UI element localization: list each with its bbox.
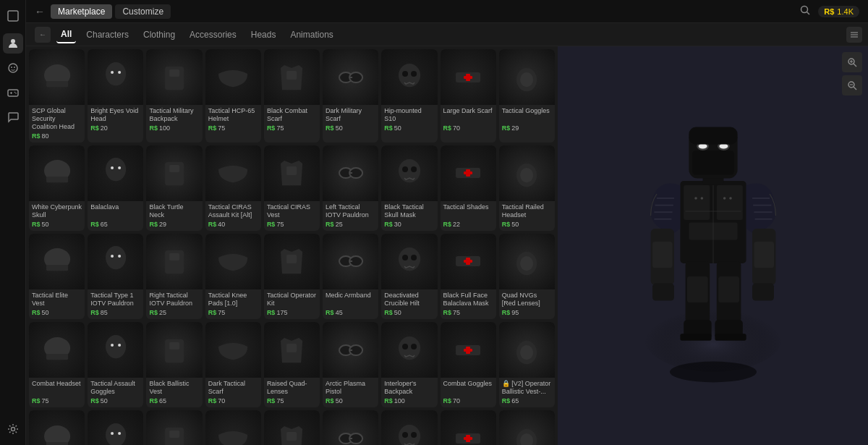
item-card[interactable]: Tactical HCP-65 Helmet R$ 75 — [205, 49, 261, 143]
item-card[interactable]: Left Tactical IOTV Pauldron R$ 25 — [323, 145, 378, 231]
item-card[interactable]: Tactical Goggles R$ 29 — [499, 49, 555, 143]
filter-back-btn[interactable]: ← — [35, 27, 51, 43]
item-thumbnail — [499, 234, 555, 289]
sidebar-icon-settings[interactable] — [3, 419, 23, 439]
filter-tab-clothing[interactable]: Clothing — [139, 27, 179, 43]
svg-rect-135 — [718, 276, 739, 302]
item-card[interactable]: Tactical Type 1 IOTV Pauldron R$ 85 — [88, 234, 143, 319]
item-card[interactable]: Item 39 R$ 45 — [146, 410, 202, 445]
item-card[interactable]: Dark Tactical Scarf R$ 70 — [205, 322, 261, 407]
back-button[interactable]: ← — [35, 6, 45, 17]
item-thumbnail — [264, 49, 320, 105]
item-info: Raised Quad-Lenses R$ 75 — [264, 378, 320, 407]
item-card[interactable]: Item 42 R$ 35 — [323, 410, 378, 445]
item-info: Arctic Plasma Pistol R$ 50 — [323, 378, 378, 407]
item-card[interactable]: Large Dark Scarf R$ 70 — [441, 49, 496, 143]
item-card[interactable]: Item 40 R$ 60 — [205, 410, 261, 445]
item-card[interactable]: Tactical Operator Kit R$ 175 — [264, 234, 320, 319]
sidebar-icon-home[interactable] — [3, 6, 23, 26]
item-card[interactable]: Tactical Elite Vest R$ 50 — [29, 234, 85, 319]
item-card[interactable]: Tactical CIRAS Vest R$ 75 — [264, 145, 320, 231]
item-card[interactable]: Item 44 R$ 40 — [441, 410, 496, 445]
tab-customize[interactable]: Customize — [115, 4, 171, 19]
item-name: Tactical Knee Pads [1.0] — [208, 292, 258, 308]
item-card[interactable]: Dark Military Scarf R$ 50 — [323, 49, 378, 143]
item-card[interactable]: 🔒 [V2] Operator Ballistic Vest-... R$ 65 — [499, 322, 555, 407]
sidebar-icon-chat[interactable] — [3, 107, 23, 127]
svg-point-29 — [411, 71, 417, 77]
item-thumbnail — [29, 322, 85, 378]
sidebar-icon-games[interactable] — [3, 82, 23, 103]
item-card[interactable]: Right Tactical IOTV Pauldron R$ 25 — [146, 234, 202, 319]
item-card[interactable]: Tactical Shades R$ 22 — [441, 145, 496, 231]
item-card[interactable]: Tactical Assault Goggles R$ 50 — [88, 322, 143, 407]
svg-point-94 — [106, 423, 126, 445]
price-value: 50 — [394, 309, 401, 316]
left-sidebar — [0, 0, 26, 445]
item-card[interactable]: White Cyberpunk Skull R$ 50 — [29, 145, 85, 231]
items-grid: SCP Global Security Coalition Head R$ 80… — [29, 49, 555, 445]
item-thumbnail — [441, 410, 496, 445]
item-card[interactable]: Interloper's Backpack R$ 100 — [381, 322, 437, 407]
item-thumbnail — [499, 49, 555, 105]
item-card[interactable]: Item 43 R$ 55 — [381, 410, 437, 445]
item-card[interactable]: Raised Quad-Lenses R$ 75 — [264, 322, 320, 407]
item-card[interactable]: Item 38 R$ 30 — [88, 410, 143, 445]
item-thumbnail — [264, 234, 320, 289]
price-value: 50 — [511, 221, 519, 228]
item-card[interactable]: Black Tactical Skull Mask R$ 30 — [381, 145, 437, 231]
item-card[interactable]: Black Full Face Balaclava Mask R$ 75 — [441, 234, 496, 319]
item-card[interactable]: Black Ballistic Vest R$ 65 — [146, 322, 202, 407]
filter-tab-accessories[interactable]: Accessories — [185, 27, 241, 43]
item-card[interactable]: Tactical Military Backpack R$ 100 — [146, 49, 202, 143]
items-panel: SCP Global Security Coalition Head R$ 80… — [26, 46, 558, 445]
filter-tab-all[interactable]: All — [56, 26, 76, 43]
svg-point-75 — [106, 335, 126, 358]
zoom-out-btn[interactable] — [842, 75, 862, 96]
price-value: 70 — [453, 124, 460, 132]
svg-point-103 — [399, 425, 420, 445]
item-card[interactable]: Deactivated Crucible Hilt R$ 50 — [381, 234, 437, 319]
item-price: R$ 95 — [502, 309, 552, 316]
item-card[interactable]: Hip-mounted S10 R$ 50 — [381, 49, 437, 143]
search-icon[interactable] — [799, 4, 811, 18]
filter-options-btn[interactable] — [846, 27, 862, 43]
item-price: R$ 50 — [32, 221, 82, 228]
svg-point-151 — [700, 197, 703, 200]
item-info: Hip-mounted S10 R$ 50 — [381, 105, 437, 135]
item-thumbnail — [499, 410, 555, 445]
tab-marketplace[interactable]: Marketplace — [51, 4, 112, 19]
item-card[interactable]: Balaclava R$ 65 — [88, 145, 143, 231]
item-card[interactable]: SCP Global Security Coalition Head R$ 80 — [29, 49, 85, 143]
filter-tab-animations[interactable]: Animations — [286, 27, 337, 43]
filter-tab-characters[interactable]: Characters — [82, 27, 133, 43]
price-value: 95 — [511, 309, 519, 316]
svg-rect-17 — [46, 81, 68, 87]
item-card[interactable]: Item 41 R$ 80 — [264, 410, 320, 445]
item-info: Black Combat Scarf R$ 75 — [264, 105, 320, 135]
item-price: R$ 75 — [267, 397, 317, 404]
item-card[interactable]: Medic Armband R$ 45 — [323, 234, 378, 319]
item-card[interactable]: Item 45 R$ 90 — [499, 410, 555, 445]
sidebar-icon-avatar[interactable] — [3, 33, 23, 54]
item-card[interactable]: Arctic Plasma Pistol R$ 50 — [323, 322, 378, 407]
item-card[interactable]: Black Turtle Neck R$ 29 — [146, 145, 202, 231]
item-card[interactable]: Tactical Knee Pads [1.0] R$ 75 — [205, 234, 261, 319]
price-value: 75 — [42, 397, 49, 404]
item-card[interactable]: Combat Goggles R$ 70 — [441, 322, 496, 407]
svg-point-96 — [118, 432, 121, 435]
filter-tab-heads[interactable]: Heads — [247, 27, 281, 43]
item-card[interactable]: Bright Eyes Void Head R$ 20 — [88, 49, 143, 143]
zoom-in-btn[interactable] — [842, 52, 862, 72]
item-card[interactable]: Tactical CIRAS Assault Kit [Alt] R$ 40 — [205, 145, 261, 231]
svg-rect-0 — [8, 11, 18, 21]
item-price: R$ 100 — [149, 124, 199, 132]
item-card[interactable]: Item 37 R$ 50 — [29, 410, 85, 445]
sidebar-icon-face[interactable] — [3, 58, 23, 78]
character-display — [612, 94, 814, 398]
item-card[interactable]: Quad NVGs [Red Lenses] R$ 95 — [499, 234, 555, 319]
item-card[interactable]: Black Combat Scarf R$ 75 — [264, 49, 320, 143]
item-card[interactable]: Combat Headset R$ 75 — [29, 322, 85, 407]
item-card[interactable]: Tactical Railed Headset R$ 50 — [499, 145, 555, 231]
robux-badge: R$ 1.4K — [818, 6, 859, 17]
